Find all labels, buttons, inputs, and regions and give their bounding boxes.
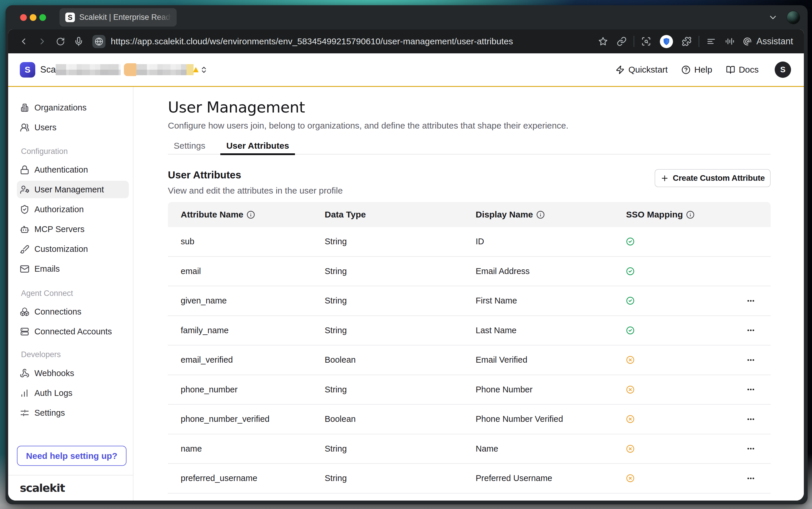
- sidebar-item-label: Auth Logs: [34, 388, 73, 398]
- user-attributes-table: Attribute Name Data Type Display Name: [168, 202, 771, 494]
- assistant-icon: [742, 36, 752, 46]
- user-cog-icon: [20, 185, 29, 195]
- users-icon: [20, 123, 29, 132]
- voice-search-icon[interactable]: [74, 36, 84, 46]
- row-menu-button[interactable]: [745, 413, 756, 425]
- attribute-name-cell: email: [168, 267, 325, 276]
- browser-tab[interactable]: S Scalekit | Enterprise Ready A: [60, 8, 177, 27]
- data-type-cell: Boolean: [325, 355, 476, 365]
- stacked-rows-icon: [20, 327, 29, 336]
- row-menu-button[interactable]: [745, 295, 756, 307]
- copy-link-icon[interactable]: [617, 36, 627, 46]
- bar-chart-icon: [20, 388, 29, 398]
- row-menu-button[interactable]: [745, 354, 756, 366]
- help-label: Help: [694, 65, 712, 75]
- scalekit-logo: S: [20, 62, 35, 77]
- sidebar-item-label: Emails: [34, 264, 60, 274]
- sso-mapped-icon: [626, 326, 635, 335]
- site-info-chip[interactable]: [93, 35, 106, 48]
- organizations-icon: [20, 103, 29, 112]
- quickstart-label: Quickstart: [628, 65, 668, 75]
- row-menu-button[interactable]: [745, 443, 756, 454]
- info-icon[interactable]: [247, 210, 255, 219]
- sidebar-item-label: Organizations: [34, 103, 86, 112]
- info-icon[interactable]: [686, 210, 695, 219]
- tab-user-attributes[interactable]: User Attributes: [220, 141, 295, 154]
- sidebar-item-connected-accounts[interactable]: Connected Accounts: [8, 321, 133, 341]
- address-url[interactable]: https://app.scalekit.cloud/ws/environmen…: [111, 36, 513, 46]
- sidebar-item-connections[interactable]: Connections: [8, 302, 133, 321]
- info-icon[interactable]: [536, 210, 545, 219]
- assistant-label: Assistant: [756, 36, 793, 47]
- main-content: User Management Configure how users join…: [134, 87, 804, 501]
- sidebar-item-label: User Management: [34, 185, 104, 195]
- zap-icon: [615, 65, 625, 74]
- zoom-button[interactable]: [39, 14, 46, 21]
- attribute-name-cell: phone_number_verified: [168, 414, 325, 424]
- sidebar-item-user-management[interactable]: User Management: [17, 181, 129, 198]
- scan-search-icon[interactable]: [641, 36, 651, 46]
- row-menu-button[interactable]: [745, 325, 756, 336]
- password-extension-icon[interactable]: [660, 35, 673, 48]
- sidebar-item-auth-logs[interactable]: Auth Logs: [8, 383, 133, 403]
- environment-name-redaction: [136, 64, 186, 75]
- user-avatar[interactable]: S: [775, 62, 791, 78]
- create-custom-attribute-button[interactable]: Create Custom Attribute: [655, 169, 771, 187]
- sso-unmapped-icon: [626, 445, 635, 453]
- display-name-cell: Phone Number Verified: [476, 414, 626, 424]
- minimize-button[interactable]: [30, 14, 36, 21]
- sidebar-item-webhooks[interactable]: Webhooks: [8, 363, 133, 383]
- sidebar-item-organizations[interactable]: Organizations: [8, 98, 133, 117]
- close-button[interactable]: [20, 14, 27, 21]
- data-type-cell: String: [325, 473, 476, 483]
- sidebar-footer: scalekit: [8, 475, 133, 501]
- sso-mapped-icon: [626, 297, 635, 305]
- sidebar-item-settings[interactable]: Settings: [8, 403, 133, 423]
- tab-settings[interactable]: Settings: [168, 141, 211, 154]
- help-button[interactable]: Help: [681, 65, 712, 75]
- bookmark-star-icon[interactable]: [598, 36, 608, 46]
- sidebar-item-emails[interactable]: Emails: [8, 259, 133, 279]
- sidebar-item-users[interactable]: Users: [8, 117, 133, 137]
- assistant-button[interactable]: Assistant: [742, 36, 793, 47]
- row-menu-button[interactable]: [745, 473, 756, 484]
- sidebar-item-authentication[interactable]: Authentication: [8, 160, 133, 179]
- display-name-cell: Email Verified: [476, 355, 626, 365]
- docs-button[interactable]: Docs: [726, 65, 759, 75]
- sidebar-item-label: Settings: [34, 408, 65, 418]
- sliders-icon: [20, 408, 29, 418]
- reader-lines-icon[interactable]: [706, 36, 716, 46]
- table-row: sub String ID: [168, 227, 771, 257]
- sidebar-item-authorization[interactable]: Authorization: [8, 199, 133, 219]
- ellipsis-icon: [746, 444, 755, 453]
- sidebar-item-customization[interactable]: Customization: [8, 239, 133, 259]
- need-help-button[interactable]: Need help setting up?: [17, 446, 127, 466]
- sso-unmapped-icon: [626, 355, 635, 364]
- forward-icon[interactable]: [37, 36, 47, 46]
- user-attributes-section-header: User Attributes View and edit the attrib…: [168, 169, 771, 196]
- webhook-icon: [20, 369, 29, 378]
- table-header: Attribute Name Data Type Display Name: [168, 202, 771, 227]
- extensions-puzzle-icon[interactable]: [682, 36, 692, 46]
- tab-list-chevron-icon[interactable]: [768, 12, 778, 23]
- display-name-cell: Last Name: [476, 326, 626, 335]
- attribute-name-cell: family_name: [168, 326, 325, 335]
- row-menu-button[interactable]: [745, 384, 756, 395]
- workspace-switcher-icon[interactable]: [200, 66, 208, 74]
- audio-lines-icon[interactable]: [725, 36, 735, 46]
- environment-selector[interactable]: [124, 63, 199, 76]
- sidebar-item-mcp-servers[interactable]: MCP Servers: [8, 219, 133, 239]
- browser-profile-orb[interactable]: [787, 11, 800, 24]
- workspace-name-redaction: [56, 64, 121, 75]
- sso-status-cell: [626, 267, 771, 275]
- page-subtitle: Configure how users join, belong to orga…: [168, 121, 771, 131]
- sidebar-item-label: Users: [34, 123, 57, 132]
- column-display-name: Display Name: [476, 210, 626, 219]
- browser-window: S Scalekit | Enterprise Ready A https://…: [5, 5, 808, 504]
- sso-unmapped-icon: [626, 415, 635, 423]
- help-circle-icon: [681, 65, 691, 74]
- attribute-name-cell: name: [168, 444, 325, 453]
- quickstart-button[interactable]: Quickstart: [615, 65, 668, 75]
- back-icon[interactable]: [19, 36, 29, 46]
- reload-icon[interactable]: [56, 37, 65, 46]
